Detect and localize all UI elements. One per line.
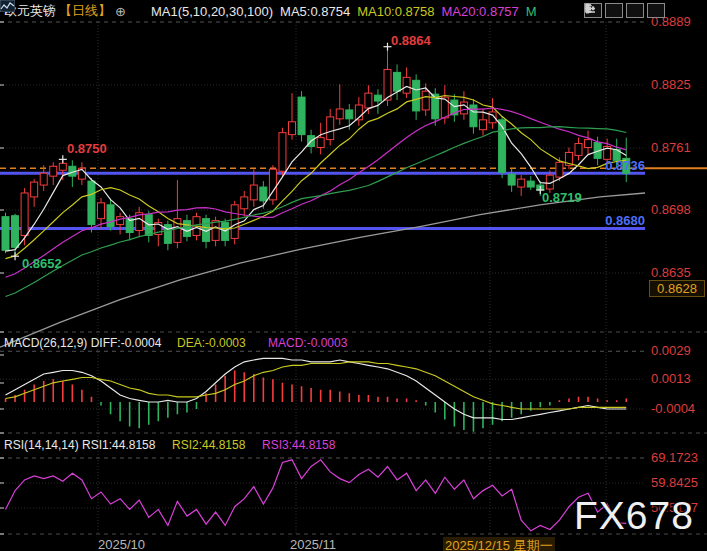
candle-body bbox=[508, 174, 515, 185]
candle-body bbox=[556, 162, 563, 177]
candle-body bbox=[365, 93, 372, 108]
candle-body bbox=[441, 97, 448, 118]
rsi3-label: RSI3:44.8158 bbox=[262, 438, 335, 452]
current-date-label: 2025/12/15 星期一 bbox=[443, 537, 555, 551]
price-axis-label: 0.8825 bbox=[651, 77, 691, 92]
price-axis-label: 0.8698 bbox=[651, 202, 691, 217]
expand-icon[interactable]: ⊕ bbox=[115, 4, 126, 19]
candle-body bbox=[212, 221, 219, 241]
rsi-line bbox=[6, 460, 627, 531]
candle-body bbox=[289, 122, 296, 135]
candle-body bbox=[527, 181, 534, 187]
candle-body bbox=[98, 203, 105, 219]
candle-body bbox=[317, 138, 324, 148]
macd-axis-label: -0.0004 bbox=[651, 401, 695, 416]
price-axis-label: 0.8635 bbox=[651, 265, 691, 280]
period-tag[interactable]: 【日线】 bbox=[59, 2, 111, 20]
month-label: 2025/11 bbox=[290, 537, 336, 551]
candle-body bbox=[346, 110, 353, 119]
ma-settings-label: MA1(5,10,20,30,100) bbox=[151, 4, 273, 19]
candle-body bbox=[231, 205, 238, 239]
rsi-axis-label: 59.8425 bbox=[651, 475, 698, 490]
recent-low-label: 0.8719 bbox=[542, 190, 582, 205]
exit-right-icon[interactable] bbox=[647, 3, 665, 18]
play-chart-icon[interactable] bbox=[626, 3, 644, 18]
candle-body bbox=[336, 109, 343, 119]
macd-dea-line bbox=[6, 362, 627, 409]
current-price-label: 0.8736 bbox=[565, 158, 645, 173]
swing-high-label: 0.8864 bbox=[391, 33, 431, 48]
candle-body bbox=[117, 217, 124, 225]
candle-body bbox=[585, 140, 592, 148]
candle-body bbox=[518, 179, 525, 187]
watermark: FX678 bbox=[574, 494, 694, 538]
candle-body bbox=[21, 193, 28, 235]
rsi-label: RSI(14,14,14) RSI1:44.8158 bbox=[4, 438, 155, 452]
candle-body bbox=[298, 97, 305, 135]
candle-body bbox=[480, 120, 487, 130]
chart-toolbar bbox=[584, 3, 665, 18]
candle-body bbox=[31, 182, 38, 197]
macd-label: MACD(26,12,9) DIFF:-0.0004 bbox=[4, 336, 161, 350]
macd-diff-line bbox=[6, 358, 627, 419]
mini-chart-icon bbox=[133, 5, 148, 17]
candle-body bbox=[260, 187, 267, 201]
candle-body bbox=[183, 221, 190, 237]
ma20-line bbox=[6, 108, 627, 277]
candle-body bbox=[279, 133, 286, 172]
candle-body bbox=[422, 91, 429, 110]
axis-scale-icon[interactable] bbox=[605, 3, 623, 18]
candle-body bbox=[88, 181, 95, 224]
candle-body bbox=[250, 185, 257, 200]
macd-axis-label: 0.0013 bbox=[651, 371, 691, 386]
rsi2-label: RSI2:44.8158 bbox=[172, 438, 245, 452]
axis-price-badge: 0.8628 bbox=[649, 280, 705, 297]
macd-axis-label: 0.0029 bbox=[651, 343, 691, 358]
candle-body bbox=[12, 216, 19, 248]
candle-body bbox=[2, 217, 9, 251]
candle-body bbox=[59, 163, 66, 170]
candle-body bbox=[403, 77, 410, 93]
candle-body bbox=[470, 105, 477, 127]
ma30-value-truncated: M bbox=[526, 4, 537, 19]
rsi-axis-label: 69.1723 bbox=[651, 450, 698, 465]
chart-canvas[interactable]: 0.88890.88250.87610.86980.86350.00290.00… bbox=[0, 0, 707, 551]
candle-body bbox=[50, 166, 57, 176]
macd-macd-label: MACD:-0.0003 bbox=[268, 336, 347, 350]
local-high-label: 0.8750 bbox=[67, 141, 107, 156]
swing-low-label: 0.8652 bbox=[22, 256, 62, 271]
candle-body bbox=[327, 117, 334, 140]
candle-body bbox=[575, 144, 582, 156]
candle-body bbox=[40, 173, 47, 185]
ma10-value: MA10:0.8758 bbox=[357, 4, 434, 19]
candle-body bbox=[241, 197, 248, 209]
month-label: 2025/10 bbox=[98, 537, 145, 551]
macd-dea-label: DEA:-0.0003 bbox=[177, 336, 246, 350]
ma100-line bbox=[0, 193, 645, 347]
candle-body bbox=[394, 72, 401, 91]
support-level-label: 0.8680 bbox=[565, 213, 645, 228]
candle-body bbox=[460, 102, 467, 114]
price-axis-label: 0.8761 bbox=[651, 140, 691, 155]
chart-window: 0.88890.88250.87610.86980.86350.00290.00… bbox=[0, 0, 707, 551]
candle-body bbox=[413, 80, 420, 111]
ma20-value: MA20:0.8757 bbox=[442, 4, 519, 19]
ma5-value: MA5:0.8754 bbox=[280, 4, 350, 19]
candle-body bbox=[107, 205, 114, 227]
candle-body bbox=[374, 95, 381, 101]
